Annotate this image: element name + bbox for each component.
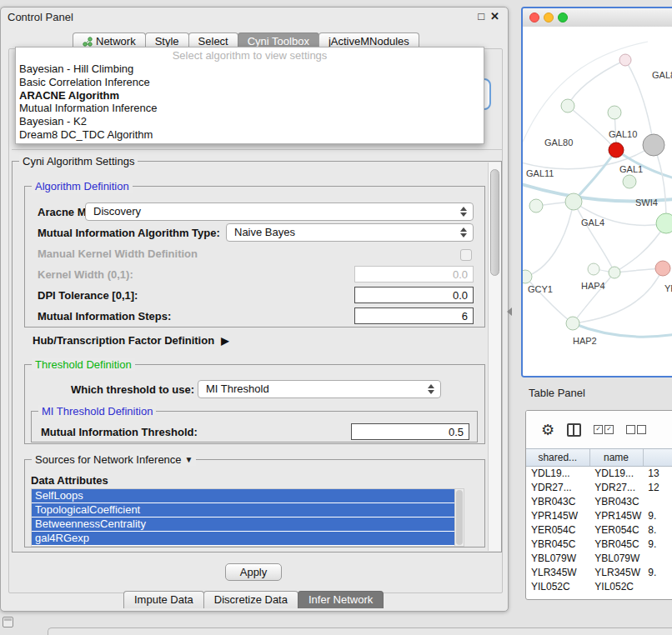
- algorithm-option-placeholder[interactable]: Select algorithm to view settings: [16, 49, 484, 62]
- minimize-button[interactable]: [544, 12, 554, 22]
- kernel-width-label: Kernel Width (0,1):: [38, 268, 133, 281]
- network-node[interactable]: [609, 142, 624, 158]
- table-row[interactable]: YDL19...YDL19...13: [526, 467, 672, 481]
- collapsed-panel-icon[interactable]: [3, 617, 13, 628]
- network-edge: [573, 323, 672, 337]
- network-node[interactable]: [619, 54, 631, 66]
- column-header-shared[interactable]: shared...: [526, 449, 590, 466]
- network-node[interactable]: [608, 106, 621, 119]
- network-node[interactable]: [561, 99, 574, 112]
- manual-kernel-width-checkbox[interactable]: [460, 249, 472, 261]
- node-label: GAL1: [619, 164, 643, 174]
- mi-steps-field[interactable]: 6: [354, 308, 474, 324]
- node-label: GAL80: [544, 138, 573, 148]
- columns-icon[interactable]: [567, 423, 581, 437]
- table-row[interactable]: YBL079WYBL079W: [526, 552, 672, 566]
- attribute-item[interactable]: SelfLoops: [32, 489, 454, 502]
- table-cell: YBL079W: [589, 552, 643, 566]
- tab-impute-data-label: Impute Data: [134, 593, 193, 606]
- node-label: GAL11: [526, 168, 554, 178]
- algorithm-option[interactable]: Dream8 DC_TDC Algorithm: [16, 128, 484, 142]
- table-cell: YDR27...: [589, 481, 643, 495]
- network-tab-icon: [83, 37, 93, 47]
- node-label: HAP4: [581, 281, 605, 291]
- network-node[interactable]: [566, 317, 579, 330]
- dpi-tolerance-label: DPI Tolerance [0,1]:: [38, 289, 138, 302]
- attr-list-scrollbar-thumb[interactable]: [456, 490, 463, 545]
- settings-scrollbar[interactable]: [488, 162, 501, 551]
- network-node[interactable]: [565, 193, 582, 210]
- mi-algorithm-type-combo[interactable]: Naive Bayes: [226, 223, 474, 242]
- network-canvas[interactable]: GAL80GAL10GAL11GAL1SWI4GAL4GCY1HAP4HAP2G…: [523, 27, 672, 376]
- column-header-extra[interactable]: [644, 449, 672, 466]
- network-node[interactable]: [523, 270, 532, 283]
- table-row[interactable]: YBR043CYBR043C: [526, 495, 672, 509]
- network-node[interactable]: [529, 199, 543, 212]
- node-label: GAL10: [609, 129, 637, 139]
- network-edge: [574, 202, 614, 272]
- table-cell: 13: [643, 467, 672, 481]
- panel-collapse-arrow[interactable]: [507, 308, 512, 316]
- hub-tf-definition-toggle[interactable]: Hub/Transcription Factor Definition ▶: [33, 334, 228, 347]
- tab-infer-network[interactable]: Infer Network: [298, 591, 384, 608]
- which-threshold-combo[interactable]: MI Threshold: [198, 380, 441, 398]
- control-panel-title: Control Panel: [8, 11, 73, 23]
- select-all-icon[interactable]: ✓✓: [594, 425, 614, 434]
- table-cell: [643, 580, 672, 594]
- network-node[interactable]: [643, 134, 664, 156]
- mi-threshold-field[interactable]: 0.5: [351, 423, 469, 440]
- network-node[interactable]: [588, 263, 599, 275]
- dpi-tolerance-field[interactable]: 0.0: [354, 287, 474, 303]
- gear-icon[interactable]: ⚙: [541, 422, 554, 438]
- mi-steps-label: Mutual Information Steps:: [38, 310, 171, 322]
- algorithm-option[interactable]: Bayesian - K2: [16, 115, 484, 128]
- kernel-width-field[interactable]: 0.0: [354, 266, 474, 282]
- network-node[interactable]: [655, 261, 670, 276]
- algorithm-option[interactable]: ARACNE Algorithm: [16, 89, 484, 102]
- network-node[interactable]: [656, 213, 672, 233]
- table-row[interactable]: YER054CYER054C8.: [526, 523, 672, 538]
- tab-discretize-data[interactable]: Discretize Data: [203, 591, 298, 608]
- network-node[interactable]: [609, 267, 620, 278]
- algorithm-option[interactable]: Bayesian - Hill Climbing: [16, 62, 484, 76]
- hidden-group-border: [12, 149, 502, 150]
- collapse-down-icon: ▼: [185, 455, 193, 464]
- which-threshold-value: MI Threshold: [206, 382, 269, 395]
- algorithm-option[interactable]: Mutual Information Inference: [16, 102, 484, 115]
- attribute-item[interactable]: gal4RGexp: [32, 532, 454, 545]
- sources-title[interactable]: Sources for Network Inference ▼: [32, 453, 196, 466]
- attr-list[interactable]: SelfLoopsTopologicalCoefficientBetweenne…: [31, 488, 464, 547]
- tab-impute-data[interactable]: Impute Data: [123, 591, 204, 608]
- zoom-button[interactable]: [558, 12, 568, 22]
- close-window-button[interactable]: ✕: [490, 10, 499, 22]
- table-cell: 9.: [643, 538, 672, 552]
- table-cell: YBR045C: [526, 538, 589, 552]
- table-panel-title: Table Panel: [529, 387, 585, 399]
- table-row[interactable]: YPR145WYPR145W9.: [526, 509, 672, 523]
- table-row[interactable]: YBR045CYBR045C9.: [526, 538, 672, 552]
- aracne-mode-combo[interactable]: Discovery: [85, 202, 474, 221]
- node-label: SWI4: [635, 198, 658, 208]
- table-row[interactable]: YDR27...YDR27...12: [526, 481, 672, 495]
- table-cell: YPR145W: [526, 509, 589, 523]
- apply-button[interactable]: Apply: [225, 563, 282, 581]
- control-panel-titlebar: Control Panel □ ✕: [1, 8, 508, 28]
- table-cell: YDL19...: [589, 467, 643, 481]
- table-header: shared... name: [526, 448, 672, 467]
- control-panel-window: Control Panel □ ✕ Network Style Select: [0, 7, 509, 612]
- data-attributes-label: Data Attributes: [31, 474, 108, 487]
- close-button[interactable]: [529, 12, 539, 22]
- attr-list-scrollbar[interactable]: [454, 489, 464, 546]
- table-row[interactable]: YLR345WYLR345W9.: [526, 566, 672, 580]
- deselect-all-icon[interactable]: [626, 425, 646, 434]
- algorithm-option[interactable]: Basic Correlation Inference: [16, 76, 484, 89]
- table-row[interactable]: YIL052CYIL052C: [526, 580, 672, 594]
- settings-scrollbar-thumb[interactable]: [490, 169, 499, 276]
- attribute-item[interactable]: TopologicalCoefficient: [32, 503, 454, 517]
- attribute-item[interactable]: BetweennessCentrality: [32, 518, 454, 531]
- table-cell: YDR27...: [526, 481, 589, 495]
- column-header-name[interactable]: name: [590, 449, 644, 466]
- network-node[interactable]: [623, 175, 636, 188]
- table-body: YDL19...YDL19...13YDR27...YDR27...12YBR0…: [526, 467, 672, 599]
- float-window-button[interactable]: □: [478, 10, 484, 22]
